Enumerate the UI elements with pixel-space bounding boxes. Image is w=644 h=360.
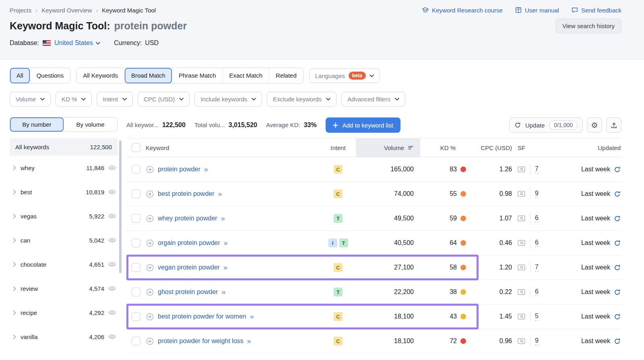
keyword-link[interactable]: protein powder for weight loss	[158, 337, 244, 345]
serp-preview-icon[interactable]	[518, 166, 526, 173]
column-header-keyword[interactable]: Keyword	[146, 138, 320, 157]
keyword-link[interactable]: protein powder	[158, 166, 200, 173]
row-checkbox[interactable]	[132, 214, 140, 223]
sidebar-group-vanilla[interactable]: vanilla4,206	[10, 325, 118, 349]
column-header-updated[interactable]: Updated	[552, 138, 621, 157]
toggle-by-volume[interactable]: By volume	[64, 117, 117, 132]
refresh-row-icon[interactable]	[614, 191, 621, 197]
eye-icon[interactable]	[108, 237, 116, 243]
expand-chevron-icon[interactable]	[13, 334, 17, 339]
column-header-cpc[interactable]: CPC (USD)	[468, 138, 515, 157]
filter-include-keywords[interactable]: Include keywords	[194, 92, 262, 107]
add-keyword-icon[interactable]	[146, 190, 154, 198]
update-metrics-button[interactable]: Update 0/1,000	[509, 117, 583, 133]
sidebar-group-whey[interactable]: whey11,846	[10, 156, 118, 180]
sidebar-group-best[interactable]: best10,819	[10, 180, 118, 204]
row-checkbox[interactable]	[132, 189, 140, 198]
eye-icon[interactable]	[108, 334, 116, 339]
filter-advanced-filters[interactable]: Advanced filters	[341, 92, 405, 107]
add-to-keyword-list-button[interactable]: Add to keyword list	[326, 117, 400, 133]
eye-icon[interactable]	[108, 310, 116, 315]
serp-preview-icon[interactable]	[518, 215, 526, 222]
sidebar-group-can[interactable]: can5,042	[10, 228, 118, 252]
serp-features-count[interactable]: 9	[535, 190, 539, 198]
send-feedback-link[interactable]: Send feedback	[571, 6, 621, 14]
sidebar-group-recipe[interactable]: recipe4,292	[10, 300, 118, 325]
refresh-row-icon[interactable]	[614, 338, 621, 345]
serp-preview-icon[interactable]	[518, 289, 526, 295]
export-button[interactable]	[606, 117, 621, 133]
column-header-intent[interactable]: Intent	[320, 138, 356, 157]
view-search-history-button[interactable]: View search history	[555, 19, 621, 33]
keyword-link[interactable]: orgain protein powder	[158, 239, 220, 247]
serp-features-count[interactable]: 6	[535, 239, 539, 247]
refresh-row-icon[interactable]	[614, 313, 621, 320]
refresh-row-icon[interactable]	[614, 240, 621, 247]
row-checkbox[interactable]	[132, 263, 140, 272]
keyword-link[interactable]: best protein powder for women	[158, 313, 246, 320]
expand-chevron-icon[interactable]	[13, 286, 17, 291]
filter-exclude-keywords[interactable]: Exclude keywords	[267, 92, 336, 107]
sidebar-all-keywords-row[interactable]: All keywords 122,500	[10, 138, 118, 156]
serp-features-count[interactable]: 6	[535, 214, 539, 222]
serp-features-count[interactable]: 6	[535, 288, 539, 296]
row-checkbox[interactable]	[132, 337, 140, 346]
sidebar-group-chocolate[interactable]: chocolate4,651	[10, 252, 118, 276]
tab-exact-match[interactable]: Exact Match	[223, 68, 269, 83]
database-selector[interactable]: United States	[54, 39, 100, 47]
add-keyword-icon[interactable]	[146, 214, 154, 223]
open-keyword-icon[interactable]: »	[221, 215, 225, 222]
serp-preview-icon[interactable]	[518, 313, 526, 320]
eye-icon[interactable]	[108, 165, 116, 171]
serp-features-count[interactable]: 7	[535, 165, 539, 173]
keyword-link[interactable]: best protein powder	[158, 190, 215, 197]
column-header-sf[interactable]: SF	[515, 138, 552, 157]
tab-broad-match[interactable]: Broad Match	[124, 68, 172, 83]
keyword-link[interactable]: vegan protein powder	[158, 264, 220, 271]
row-checkbox[interactable]	[132, 239, 140, 247]
settings-button[interactable]: ⚙	[587, 117, 602, 133]
open-keyword-icon[interactable]: »	[218, 190, 222, 197]
keyword-research-course-link[interactable]: Keyword Research course	[421, 6, 503, 14]
add-keyword-icon[interactable]	[146, 263, 154, 272]
serp-features-count[interactable]: 9	[535, 337, 539, 345]
row-checkbox[interactable]	[132, 165, 140, 174]
tab-phrase-match[interactable]: Phrase Match	[172, 68, 223, 83]
toggle-by-number[interactable]: By number	[10, 117, 64, 132]
keyword-link[interactable]: ghost protein powder	[158, 288, 218, 296]
sidebar-group-review[interactable]: review4,574	[10, 276, 118, 300]
serp-features-count[interactable]: 5	[535, 313, 539, 321]
expand-chevron-icon[interactable]	[13, 165, 17, 171]
user-manual-link[interactable]: User manual	[515, 6, 559, 14]
refresh-row-icon[interactable]	[614, 289, 621, 296]
breadcrumb-item-projects[interactable]: Projects	[10, 7, 31, 14]
row-checkbox[interactable]	[132, 288, 140, 296]
filter-kd[interactable]: KD %	[56, 92, 92, 107]
select-all-checkbox[interactable]	[132, 143, 140, 152]
open-keyword-icon[interactable]: »	[224, 239, 228, 247]
eye-icon[interactable]	[108, 213, 116, 219]
expand-chevron-icon[interactable]	[13, 310, 17, 315]
open-keyword-icon[interactable]: »	[221, 288, 225, 296]
open-keyword-icon[interactable]: »	[247, 337, 251, 345]
add-keyword-icon[interactable]	[146, 313, 154, 321]
open-keyword-icon[interactable]: »	[204, 166, 208, 173]
expand-chevron-icon[interactable]	[13, 238, 17, 243]
tab-all-keywords[interactable]: All Keywords	[76, 68, 124, 83]
column-header-volume[interactable]: Volume	[356, 138, 420, 157]
filter-intent[interactable]: Intent	[97, 92, 133, 107]
open-keyword-icon[interactable]: »	[223, 264, 227, 271]
add-keyword-icon[interactable]	[146, 165, 154, 174]
serp-preview-icon[interactable]	[518, 338, 526, 344]
serp-preview-icon[interactable]	[518, 240, 526, 246]
serp-preview-icon[interactable]	[518, 264, 526, 271]
add-keyword-icon[interactable]	[146, 288, 154, 296]
tab-related[interactable]: Related	[269, 68, 303, 83]
eye-icon[interactable]	[108, 261, 116, 267]
sidebar-group-vegas[interactable]: vegas5,922	[10, 204, 118, 228]
expand-chevron-icon[interactable]	[13, 214, 17, 219]
sidebar-scrollbar[interactable]	[119, 140, 122, 273]
add-keyword-icon[interactable]	[146, 239, 154, 247]
breadcrumb-item-keyword-overview[interactable]: Keyword Overview	[41, 7, 92, 14]
filter-cpc-usd[interactable]: CPC (USD)	[138, 92, 190, 107]
